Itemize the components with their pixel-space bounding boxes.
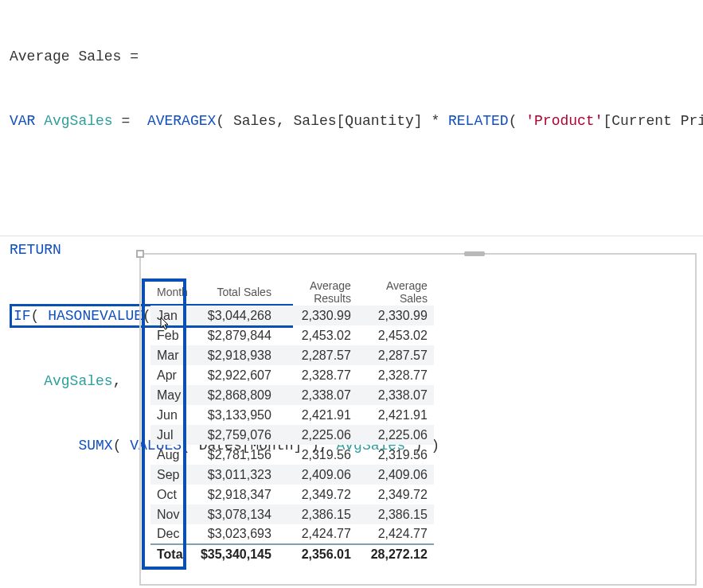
table-row[interactable]: Mar$2,918,9382,287.572,287.57 — [150, 345, 434, 365]
cell-value: $2,759,076 — [194, 425, 278, 445]
cell-value: 2,225.06 — [357, 425, 434, 445]
cell-value: 2,424.77 — [278, 524, 357, 544]
cell-value: 2,328.77 — [357, 365, 434, 385]
table-row[interactable]: Oct$2,918,3472,349.722,349.72 — [150, 485, 434, 504]
fn-if: IF — [14, 308, 31, 324]
table-row[interactable]: Jun$3,133,9502,421.912,421.91 — [150, 405, 434, 425]
table-visual-frame[interactable]: Month Total Sales Average Results Averag… — [139, 253, 697, 586]
table-total-row[interactable]: Total$35,340,1452,356.0128,272.12 — [150, 544, 434, 564]
cell-value: $2,781,156 — [194, 445, 278, 465]
cell-total-value: 2,356.01 — [278, 544, 357, 564]
cell-month: Sep — [150, 465, 194, 485]
cell-month: Apr — [150, 365, 194, 385]
cell-month: Jul — [150, 425, 194, 445]
table-row[interactable]: Dec$3,023,6932,424.772,424.77 — [150, 524, 434, 544]
kw-return: RETURN — [10, 242, 61, 258]
cell-value: 2,338.07 — [278, 385, 357, 405]
cell-value: 2,225.06 — [278, 425, 357, 445]
tbl-sales: Sales — [233, 113, 276, 129]
op-mul: * — [431, 113, 439, 129]
col-qty: Sales[Quantity] — [294, 113, 423, 129]
table-row[interactable]: May$2,868,8092,338.072,338.07 — [150, 385, 434, 405]
cell-value: $3,044,268 — [194, 306, 278, 325]
col-header-avgsale[interactable]: Average Sales — [357, 278, 434, 306]
formula-line-2: VAR AvgSales = AVERAGEX( Sales, Sales[Qu… — [10, 111, 697, 132]
cell-month: Oct — [150, 485, 194, 504]
cell-month: Feb — [150, 325, 194, 345]
table-row[interactable]: Sep$3,011,3232,409.062,409.06 — [150, 465, 434, 485]
cell-value: $3,078,134 — [194, 504, 278, 524]
cell-value: $2,918,347 — [194, 485, 278, 504]
cell-value: 2,421.91 — [357, 405, 434, 425]
formula-line-1: Average Sales = — [10, 46, 697, 68]
kw-var: VAR — [10, 113, 35, 129]
cell-value: 2,330.99 — [278, 306, 357, 325]
cell-value: 2,424.77 — [357, 524, 434, 544]
cell-value: 2,409.06 — [357, 465, 434, 485]
cell-value: 2,421.91 — [278, 405, 357, 425]
resize-handle-top[interactable] — [464, 251, 485, 256]
cell-total-value: $35,340,145 — [194, 544, 278, 564]
fn-hasonevalue: HASONEVALUE — [48, 308, 143, 324]
cell-month: Dec — [150, 524, 194, 544]
cell-month: Jan — [150, 306, 194, 325]
table-header-row: Month Total Sales Average Results Averag… — [150, 278, 434, 306]
var-avgsales-ref: AvgSales — [44, 373, 112, 389]
formula-line-blank — [10, 175, 697, 197]
str-product: 'Product' — [525, 113, 603, 129]
fn-sumx: SUMX — [78, 438, 112, 454]
fn-related: RELATED — [448, 113, 509, 129]
table-row[interactable]: Jul$2,759,0762,225.062,225.06 — [150, 425, 434, 445]
cell-value: 2,330.99 — [357, 306, 434, 325]
table-row[interactable]: Apr$2,922,6072,328.772,328.77 — [150, 365, 434, 385]
cell-value: $2,879,844 — [194, 325, 278, 345]
cell-month: Jun — [150, 405, 194, 425]
resize-handle-corner[interactable] — [136, 250, 144, 258]
col-header-avgres[interactable]: Average Results — [278, 278, 357, 306]
cell-value: 2,349.72 — [357, 485, 434, 504]
cell-value: 2,287.57 — [278, 345, 357, 365]
table-row[interactable]: Feb$2,879,8442,453.022,453.02 — [150, 325, 434, 345]
equals2: = — [121, 113, 130, 129]
col-price: [Current Price] — [603, 113, 703, 129]
cell-value: $2,868,809 — [194, 385, 278, 405]
table-body: Jan$3,044,2682,330.992,330.99Feb$2,879,8… — [150, 306, 434, 564]
separator — [0, 236, 703, 236]
table-row[interactable]: Aug$2,781,1562,319.562,319.56 — [150, 445, 434, 465]
cell-month: May — [150, 385, 194, 405]
cell-value: $3,133,950 — [194, 405, 278, 425]
cell-month: Aug — [150, 445, 194, 465]
cell-value: 2,386.15 — [278, 504, 357, 524]
cell-value: $3,011,323 — [194, 465, 278, 485]
cell-value: $2,918,938 — [194, 345, 278, 365]
table-row[interactable]: Nov$3,078,1342,386.152,386.15 — [150, 504, 434, 524]
cell-value: 2,287.57 — [357, 345, 434, 365]
cell-value: 2,349.72 — [278, 485, 357, 504]
cell-value: 2,409.06 — [278, 465, 357, 485]
cell-value: $2,922,607 — [194, 365, 278, 385]
table-row[interactable]: Jan$3,044,2682,330.992,330.99 — [150, 306, 434, 325]
sales-table[interactable]: Month Total Sales Average Results Averag… — [150, 278, 434, 564]
cell-month: Mar — [150, 345, 194, 365]
cell-total-label: Total — [150, 544, 194, 564]
cell-value: 2,453.02 — [357, 325, 434, 345]
cell-value: 2,319.56 — [278, 445, 357, 465]
equals: = — [130, 49, 139, 64]
col-header-month[interactable]: Month — [150, 278, 194, 306]
cell-value: 2,328.77 — [278, 365, 357, 385]
var-avgsales: AvgSales — [44, 113, 112, 129]
col-header-total[interactable]: Total Sales — [194, 278, 278, 306]
cell-value: 2,338.07 — [357, 385, 434, 405]
cell-value: 2,453.02 — [278, 325, 357, 345]
fn-averagex: AVERAGEX — [147, 113, 216, 129]
cell-value: $3,023,693 — [194, 524, 278, 544]
cell-value: 2,386.15 — [357, 504, 434, 524]
cell-total-value: 28,272.12 — [357, 544, 434, 564]
cell-month: Nov — [150, 504, 194, 524]
cell-value: 2,319.56 — [357, 445, 434, 465]
measure-name: Average Sales — [10, 49, 121, 64]
